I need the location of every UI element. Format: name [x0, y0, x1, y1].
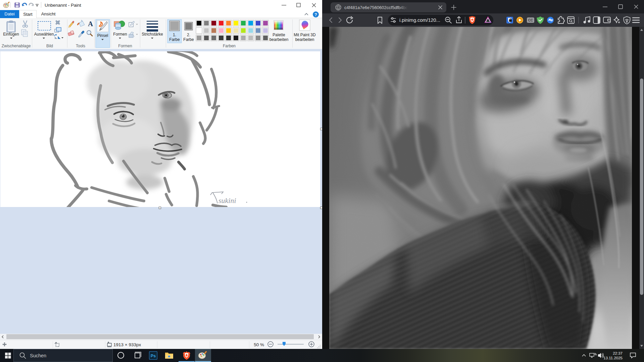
svg-text:?: ?: [314, 12, 317, 17]
svg-text:sukini: sukini: [218, 196, 236, 205]
svg-text:2.: 2.: [187, 33, 190, 37]
svg-text:Formen: Formen: [113, 32, 127, 37]
svg-text:c4f481a7e6e7560602ccf5dfb4bc: c4f481a7e6e7560602ccf5dfb4bc: [344, 5, 408, 10]
svg-text:22:37: 22:37: [613, 351, 623, 355]
svg-text:Pinsel: Pinsel: [97, 33, 108, 38]
svg-text:Palette: Palette: [273, 33, 285, 37]
svg-text:Strichstärke: Strichstärke: [142, 32, 163, 37]
svg-text:bearbeiten: bearbeiten: [295, 37, 314, 42]
svg-text:Mit Paint 3D: Mit Paint 3D: [294, 33, 316, 37]
svg-text:Einfügen: Einfügen: [3, 32, 19, 37]
svg-text:A: A: [88, 20, 93, 28]
svg-text:bearbeiten: bearbeiten: [269, 37, 289, 42]
svg-text:50 %: 50 %: [254, 342, 264, 347]
svg-text:13.11.2025: 13.11.2025: [603, 356, 623, 360]
svg-text:1913 × 933px: 1913 × 933px: [113, 342, 141, 347]
svg-text:Ps: Ps: [151, 354, 156, 358]
svg-text:Suchen: Suchen: [30, 353, 46, 358]
svg-text:Unbenannt - Paint: Unbenannt - Paint: [45, 3, 81, 8]
svg-text:Farbe: Farbe: [169, 37, 180, 42]
svg-text:i.pinimg.com/120...: i.pinimg.com/120...: [399, 17, 440, 23]
svg-text:1.: 1.: [173, 33, 176, 37]
svg-text:Farbe: Farbe: [183, 37, 194, 42]
svg-text:Auswählen: Auswählen: [34, 32, 54, 37]
svg-text:CC: CC: [528, 18, 533, 22]
